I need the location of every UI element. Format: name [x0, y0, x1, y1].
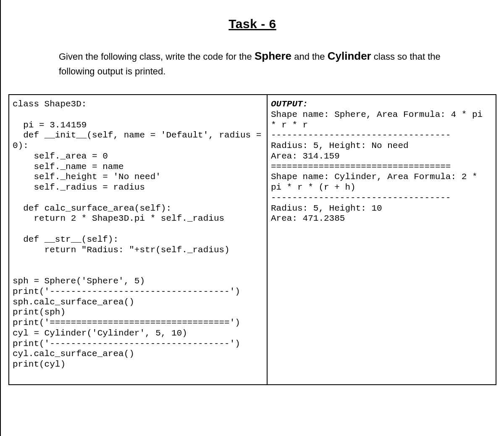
- document-container: Task - 6 Given the following class, writ…: [1, 0, 504, 402]
- code-cell: class Shape3D: pi = 3.14159 def __init__…: [9, 95, 268, 384]
- code-block: class Shape3D: pi = 3.14159 def __init__…: [13, 99, 263, 370]
- description-text-2: and the: [291, 51, 328, 62]
- output-label: OUTPUT:: [271, 99, 308, 109]
- output-cell: OUTPUT: Shape name: Sphere, Area Formula…: [268, 95, 496, 384]
- output-block: OUTPUT: Shape name: Sphere, Area Formula…: [271, 99, 492, 224]
- task-title: Task - 6: [8, 17, 496, 31]
- code-output-table: class Shape3D: pi = 3.14159 def __init__…: [8, 94, 496, 385]
- description-bold-cylinder: Cylinder: [328, 50, 371, 62]
- description-bold-sphere: Sphere: [255, 50, 291, 62]
- description-text-1: Given the following class, write the cod…: [59, 51, 255, 62]
- output-text: Shape name: Sphere, Area Formula: 4 * pi…: [271, 110, 488, 224]
- task-description: Given the following class, write the cod…: [59, 48, 446, 78]
